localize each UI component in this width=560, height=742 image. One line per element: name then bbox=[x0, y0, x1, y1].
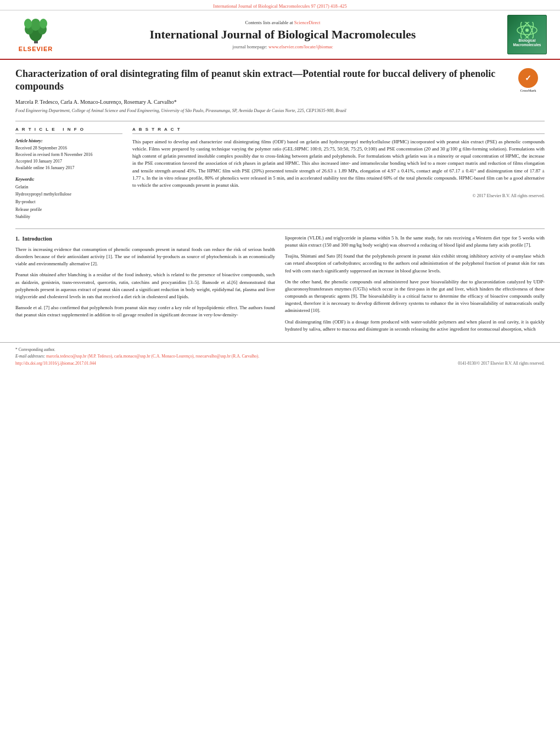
journal-homepage: journal homepage: www.elsevier.com/locat… bbox=[60, 44, 505, 49]
available-date: Available online 16 January 2017 bbox=[15, 165, 122, 171]
elsevier-text: ELSEVIER bbox=[19, 46, 53, 52]
bio-macro-icon bbox=[516, 22, 538, 38]
main-content: Characterization of oral disintegrating … bbox=[0, 60, 560, 342]
crossmark-icon: ✓ bbox=[518, 68, 538, 88]
bio-macro-logo-box: Biological Macromolecules bbox=[507, 15, 547, 54]
elsevier-logo: ELSEVIER bbox=[11, 17, 60, 52]
body-col-left: 1. Introduction There is increasing evid… bbox=[15, 235, 275, 337]
article-title-text: Characterization of oral disintegrating … bbox=[15, 68, 495, 92]
body-col-right: lipoprotein (VLDL) and triglyceride in p… bbox=[285, 235, 545, 337]
article-info-column: A R T I C L E I N F O Article history: R… bbox=[15, 127, 122, 221]
received-date: Received 28 September 2016 bbox=[15, 145, 122, 152]
journal-title: International Journal of Biological Macr… bbox=[60, 27, 505, 42]
body-content: 1. Introduction There is increasing evid… bbox=[15, 235, 545, 337]
emails-text: marcela.tedesco@usp.br (M.P. Tedesco), c… bbox=[46, 354, 259, 359]
keywords-block: Keywords: Gelatin Hydroxypropyl methylce… bbox=[15, 177, 122, 221]
abstract-text: This paper aimed to develop and characte… bbox=[132, 138, 545, 189]
revised-date: Received in revised form 8 November 2016 bbox=[15, 152, 122, 158]
copyright-line: © 2017 Elsevier B.V. All rights reserved… bbox=[132, 193, 545, 198]
journal-header: ELSEVIER Contents lists available at Sci… bbox=[0, 10, 560, 60]
svg-point-4 bbox=[31, 19, 41, 31]
svg-point-5 bbox=[24, 19, 32, 29]
keywords-heading: Keywords: bbox=[15, 177, 122, 182]
svg-point-10 bbox=[525, 29, 529, 32]
section1-number: 1. bbox=[15, 236, 20, 242]
svg-point-6 bbox=[40, 19, 47, 29]
bio-macro-logo-text: Biological Macromolecules bbox=[510, 38, 544, 48]
article-title-block: Characterization of oral disintegrating … bbox=[15, 68, 545, 93]
email-addresses[interactable]: marcela.tedesco@usp.br (M.P. Tedesco), c… bbox=[46, 354, 259, 359]
abstract-label: A B S T R A C T bbox=[132, 127, 545, 134]
page: International Journal of Biological Macr… bbox=[0, 0, 560, 742]
article-history-block: Article history: Received 28 September 2… bbox=[15, 138, 122, 171]
doi-link[interactable]: http://dx.doi.org/10.1016/j.ijbiomac.201… bbox=[15, 361, 96, 366]
corresponding-note-text: * Corresponding author. bbox=[15, 347, 55, 352]
homepage-link[interactable]: www.elsevier.com/locate/ijbiomac bbox=[268, 44, 333, 49]
email-label: E-mail addresses: bbox=[15, 354, 45, 359]
crossmark-label: CrossMark bbox=[520, 89, 536, 93]
page-footer: * Corresponding author. E-mail addresses… bbox=[0, 342, 560, 369]
keyword-3: By-product bbox=[15, 198, 122, 206]
keyword-2: Hydroxypropyl methylcellulose bbox=[15, 191, 122, 198]
affiliation: Food Engineering Department, College of … bbox=[15, 108, 545, 113]
body-para-2: Peanut skin obtained after blanching is … bbox=[15, 271, 275, 300]
crossmark-badge: ✓ CrossMark bbox=[512, 68, 545, 94]
issn-text: 0141-8130/© 2017 Elsevier B.V. All right… bbox=[458, 361, 545, 366]
abstract-column: A B S T R A C T This paper aimed to deve… bbox=[132, 127, 545, 221]
article-history-heading: Article history: bbox=[15, 138, 122, 143]
body-para-5: Tsujita, Shintani and Sato [8] found tha… bbox=[285, 253, 545, 275]
bio-macro-logo: Biological Macromolecules bbox=[505, 15, 549, 54]
body-para-3: Bansode et al. [7] also confirmed that p… bbox=[15, 304, 275, 319]
journal-top-bar: International Journal of Biological Macr… bbox=[0, 0, 560, 10]
body-para-7: Oral disintegrating film (ODF) is a dosa… bbox=[285, 319, 545, 333]
keyword-1: Gelatin bbox=[15, 183, 122, 191]
footer-bottom: http://dx.doi.org/10.1016/j.ijbiomac.201… bbox=[15, 361, 545, 366]
authors: Marcela P. Tedesco, Carla A. Monaco-Lour… bbox=[15, 99, 545, 105]
article-info-abstract: A R T I C L E I N F O Article history: R… bbox=[15, 121, 545, 221]
affiliation-text: Food Engineering Department, College of … bbox=[15, 108, 346, 113]
keyword-5: Stability bbox=[15, 213, 122, 221]
article-info-label: A R T I C L E I N F O bbox=[15, 127, 122, 134]
section1-heading: 1. Introduction bbox=[15, 235, 275, 243]
body-para-6: On the other hand, the phenolic compound… bbox=[285, 278, 545, 315]
doi-text[interactable]: http://dx.doi.org/10.1016/j.ijbiomac.201… bbox=[15, 361, 96, 366]
sciencedirect-link[interactable]: ScienceDirect bbox=[294, 20, 321, 25]
section-divider bbox=[15, 228, 545, 229]
authors-text: Marcela P. Tedesco, Carla A. Monaco-Lour… bbox=[15, 99, 177, 105]
keyword-4: Release profile bbox=[15, 206, 122, 214]
journal-citation: International Journal of Biological Macr… bbox=[213, 3, 346, 9]
body-para-4: lipoprotein (VLDL) and triglyceride in p… bbox=[285, 235, 545, 249]
journal-center: Contents lists available at ScienceDirec… bbox=[60, 20, 505, 49]
email-note: E-mail addresses: marcela.tedesco@usp.br… bbox=[15, 354, 545, 359]
elsevier-tree-icon bbox=[21, 17, 51, 44]
body-para-1: There is increasing evidence that consum… bbox=[15, 246, 275, 268]
corresponding-note: * Corresponding author. bbox=[15, 347, 545, 352]
section1-title: Introduction bbox=[23, 236, 52, 242]
accepted-date: Accepted 10 January 2017 bbox=[15, 158, 122, 165]
contents-line: Contents lists available at ScienceDirec… bbox=[60, 20, 505, 25]
